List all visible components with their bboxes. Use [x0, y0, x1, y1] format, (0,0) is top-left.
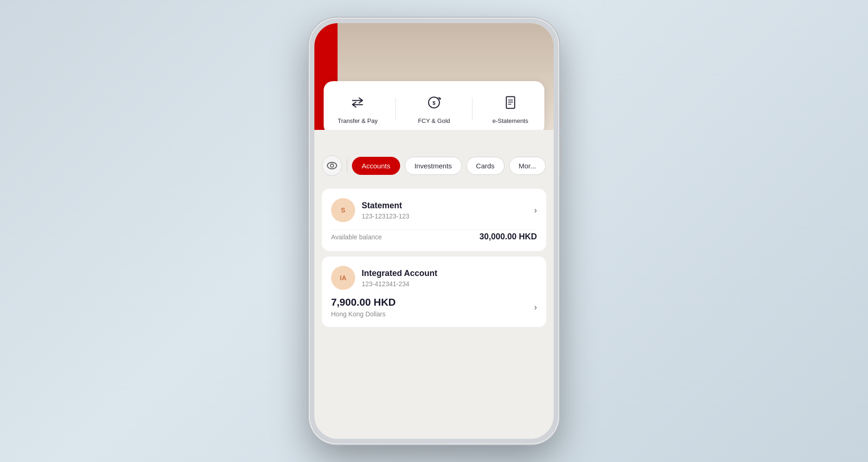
account-number-statement: 123-123123-123 — [362, 212, 528, 220]
fcy-gold-action[interactable]: $ FCY & Gold — [413, 92, 455, 125]
tab-investments[interactable]: Investments — [405, 157, 462, 175]
fcy-icon: $ — [424, 92, 444, 113]
tab-cards[interactable]: Cards — [466, 157, 504, 175]
svg-point-7 — [327, 162, 337, 169]
transfer-pay-action[interactable]: Transfer & Pay — [337, 92, 378, 125]
account-name-integrated: Integrated Account — [362, 269, 537, 278]
tab-divider — [347, 159, 347, 173]
tabs-section: Accounts Investments Cards Mor... — [314, 130, 554, 183]
tab-accounts[interactable]: Accounts — [352, 157, 400, 175]
estatements-action[interactable]: e-Statements — [490, 92, 531, 125]
account-balance-row-statement: Available balance 30,000.00 HKD — [331, 230, 537, 242]
account-info-statement: Statement 123-123123-123 — [362, 201, 528, 220]
phone-screen: Transfer & Pay $ FCY & Gold — [314, 23, 554, 439]
eye-button[interactable] — [322, 155, 342, 176]
divider-1 — [396, 97, 396, 121]
svg-point-2 — [439, 98, 441, 100]
account-number-integrated: 123-412341-234 — [362, 280, 537, 288]
tabs-row: Accounts Investments Cards Mor... — [322, 155, 546, 176]
account-header-statement: S Statement 123-123123-123 › — [331, 198, 537, 222]
balance-label-statement: Available balance — [331, 233, 382, 241]
transfer-pay-label: Transfer & Pay — [338, 117, 377, 125]
transfer-icon — [347, 92, 368, 113]
divider-2 — [472, 97, 472, 121]
balance-amount-statement: 30,000.00 HKD — [479, 232, 537, 242]
chevron-right-integrated: › — [534, 302, 537, 312]
estatements-icon — [500, 92, 521, 113]
account-name-statement: Statement — [362, 201, 528, 211]
amount-chevron-row: 7,900.00 HKD Hong Kong Dollars › — [331, 296, 537, 318]
quick-actions-card: Transfer & Pay $ FCY & Gold — [324, 81, 544, 130]
account-avatar-integrated: IA — [331, 266, 355, 290]
estatements-label: e-Statements — [492, 117, 528, 125]
account-amount-sub: Hong Kong Dollars — [331, 310, 396, 318]
phone-wrapper: Transfer & Pay $ FCY & Gold — [309, 18, 559, 444]
account-info-integrated: Integrated Account 123-412341-234 — [362, 269, 537, 288]
account-header-integrated: IA Integrated Account 123-412341-234 — [331, 266, 537, 290]
account-avatar-statement: S — [331, 198, 355, 222]
screen-top-image: Transfer & Pay $ FCY & Gold — [314, 23, 554, 130]
fcy-gold-label: FCY & Gold — [418, 117, 450, 125]
account-amount-main: 7,900.00 HKD — [331, 296, 396, 308]
account-card-statement[interactable]: S Statement 123-123123-123 › Available b… — [322, 189, 546, 251]
phone-frame: Transfer & Pay $ FCY & Gold — [309, 18, 559, 444]
chevron-right-statement: › — [534, 205, 537, 215]
tab-more[interactable]: Mor... — [509, 157, 546, 175]
account-card-integrated[interactable]: IA Integrated Account 123-412341-234 7,9… — [322, 257, 546, 327]
svg-point-8 — [331, 164, 334, 167]
account-amount-group: 7,900.00 HKD Hong Kong Dollars — [331, 296, 396, 318]
svg-text:$: $ — [433, 100, 436, 106]
accounts-section: S Statement 123-123123-123 › Available b… — [314, 183, 554, 333]
